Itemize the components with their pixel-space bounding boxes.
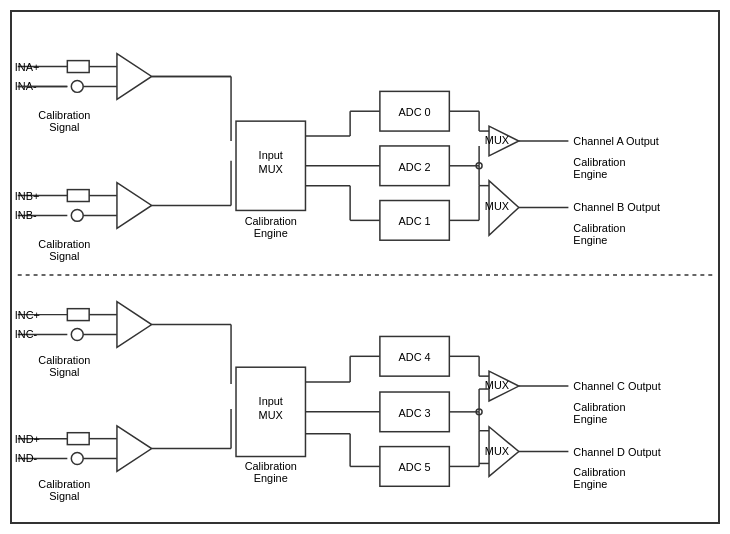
cal-signal-top-1: Calibration xyxy=(38,109,90,121)
svg-marker-16 xyxy=(117,183,152,229)
svg-marker-7 xyxy=(117,54,152,100)
inc-minus-label: INC- xyxy=(15,328,38,340)
svg-point-49 xyxy=(71,329,83,341)
cal-signal-top-2b: Signal xyxy=(49,250,79,262)
diagram-container: INA+ INA- Calibration Signal INB+ INB- C… xyxy=(10,10,720,524)
ind-plus-label: IND+ xyxy=(15,433,40,445)
mux-a-label: MUX xyxy=(485,134,510,146)
cal-engine-d: Calibration xyxy=(573,466,625,478)
adc0-label: ADC 0 xyxy=(399,106,431,118)
svg-rect-1 xyxy=(67,61,89,73)
cal-engine-c: Calibration xyxy=(573,401,625,413)
svg-rect-11 xyxy=(67,190,89,202)
cal-engine-input-mux-top2: Engine xyxy=(254,227,288,239)
inb-minus-label: INB- xyxy=(15,209,37,221)
cal-signal-bot-2: Calibration xyxy=(38,478,90,490)
ind-minus-label: IND- xyxy=(15,452,38,464)
adc2-label: ADC 2 xyxy=(399,161,431,173)
channel-b-output: Channel B Output xyxy=(573,201,660,213)
cal-engine-input-mux-bot: Calibration xyxy=(245,460,297,472)
svg-rect-55 xyxy=(67,433,89,445)
cal-engine-c2: Engine xyxy=(573,413,607,425)
cal-engine-input-mux-top: Calibration xyxy=(245,215,297,227)
svg-marker-51 xyxy=(117,302,152,348)
input-mux-bot-label2: MUX xyxy=(259,409,284,421)
inb-plus-label: INB+ xyxy=(15,190,40,202)
cal-engine-a2: Engine xyxy=(573,168,607,180)
channel-d-output: Channel D Output xyxy=(573,446,660,458)
mux-d-label: MUX xyxy=(485,445,510,457)
cal-engine-b: Calibration xyxy=(573,222,625,234)
svg-marker-60 xyxy=(117,426,152,472)
cal-signal-bot-1b: Signal xyxy=(49,366,79,378)
channel-a-output: Channel A Output xyxy=(573,135,659,147)
mux-b-label: MUX xyxy=(485,200,510,212)
adc5-label: ADC 5 xyxy=(399,461,431,473)
input-mux-bot-label: Input xyxy=(259,395,283,407)
svg-point-14 xyxy=(71,209,83,221)
cal-signal-bot-1: Calibration xyxy=(38,354,90,366)
adc3-label: ADC 3 xyxy=(399,407,431,419)
cal-engine-input-mux-bot2: Engine xyxy=(254,472,288,484)
adc4-label: ADC 4 xyxy=(399,351,431,363)
cal-engine-a: Calibration xyxy=(573,156,625,168)
cal-signal-top-1b: Signal xyxy=(49,121,79,133)
svg-rect-46 xyxy=(67,309,89,321)
adc1-label: ADC 1 xyxy=(399,215,431,227)
input-mux-top-label2: MUX xyxy=(259,163,284,175)
inc-plus-label: INC+ xyxy=(15,309,40,321)
cal-engine-d2: Engine xyxy=(573,478,607,490)
channel-c-output: Channel C Output xyxy=(573,380,660,392)
cal-signal-bot-2b: Signal xyxy=(49,490,79,502)
ina-plus-label: INA+ xyxy=(15,61,40,73)
svg-point-58 xyxy=(71,453,83,465)
input-mux-top-label: Input xyxy=(259,149,283,161)
svg-point-4 xyxy=(71,80,83,92)
cal-engine-b2: Engine xyxy=(573,234,607,246)
cal-signal-top-2: Calibration xyxy=(38,238,90,250)
